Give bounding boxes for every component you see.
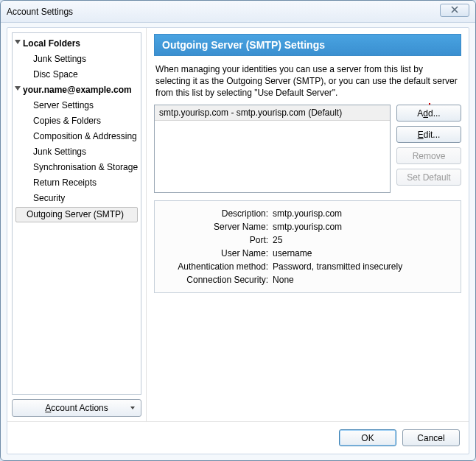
detail-label-conn-security: Connection Security: [162,273,273,286]
tree-account[interactable]: your.name@example.com [13,82,141,98]
tree-outgoing-server-smtp[interactable]: Outgoing Server (SMTP) [15,207,138,222]
set-default-button-label: Set Default [407,172,450,183]
account-settings-window: Account Settings Local Folders Junk Sett… [0,0,476,461]
tree-server-settings[interactable]: Server Settings [13,98,141,113]
ok-button-label: OK [361,433,374,443]
dialog-footer: OK Cancel [7,421,469,454]
detail-value-description: smtp.yourisp.com [273,207,453,220]
cancel-button[interactable]: Cancel [402,429,460,446]
tree-local-folders[interactable]: Local Folders [13,36,141,52]
account-tree[interactable]: Local Folders Junk Settings Disc Space y… [12,32,141,395]
detail-value-server-name: smtp.yourisp.com [273,220,453,233]
tree-return-receipts[interactable]: Return Receipts [13,175,141,191]
panel-title: Outgoing Server (SMTP) Settings [154,34,461,56]
content-area: Local Folders Junk Settings Disc Space y… [7,27,469,454]
tree-composition-addressing[interactable]: Composition & Addressing [13,129,141,144]
smtp-server-list-item[interactable]: smtp.yourisp.com - smtp.yourisp.com (Def… [155,105,390,121]
cancel-button-label: Cancel [417,433,444,443]
detail-label-description: Description: [162,207,273,220]
detail-label-port: Port: [162,233,273,247]
detail-value-user-name: username [273,247,453,260]
tree-junk-settings-account[interactable]: Junk Settings [13,144,141,160]
main-panel: Outgoing Server (SMTP) Settings When man… [147,28,469,421]
titlebar: Account Settings [1,1,475,23]
detail-label-auth-method: Authentication method: [162,260,273,273]
detail-value-auth-method: Password, transmitted insecurely [273,260,453,273]
tree-disc-space[interactable]: Disc Space [13,67,141,82]
panel-description: When managing your identities you can us… [154,56,461,105]
detail-value-conn-security: None [273,273,453,286]
set-default-button[interactable]: Set Default [396,169,461,186]
chevron-down-icon [130,407,135,409]
account-actions-label: Account Actions [45,403,108,413]
window-title: Account Settings [7,7,73,17]
ok-button[interactable]: OK [339,429,396,446]
smtp-details-panel: Description: smtp.yourisp.com Server Nam… [154,200,461,293]
smtp-server-list[interactable]: smtp.yourisp.com - smtp.yourisp.com (Def… [154,105,391,193]
edit-button[interactable]: Edit... [396,126,461,143]
edit-button-label: Edit... [418,130,441,140]
add-button-label: Add... [417,108,440,119]
tree-security[interactable]: Security [13,191,141,206]
tree-copies-folders[interactable]: Copies & Folders [13,113,141,129]
detail-label-server-name: Server Name: [162,220,273,233]
add-button[interactable]: Add... [396,105,461,122]
detail-value-port: 25 [273,233,453,247]
close-icon [450,6,459,15]
close-button[interactable] [440,4,469,17]
account-actions-button[interactable]: Account Actions [12,399,141,417]
detail-label-user-name: User Name: [162,247,273,260]
sidebar: Local Folders Junk Settings Disc Space y… [7,28,147,421]
tree-sync-storage[interactable]: Synchronisation & Storage [13,160,141,175]
remove-button[interactable]: Remove [396,147,461,164]
tree-junk-settings-local[interactable]: Junk Settings [13,52,141,67]
remove-button-label: Remove [413,151,446,161]
